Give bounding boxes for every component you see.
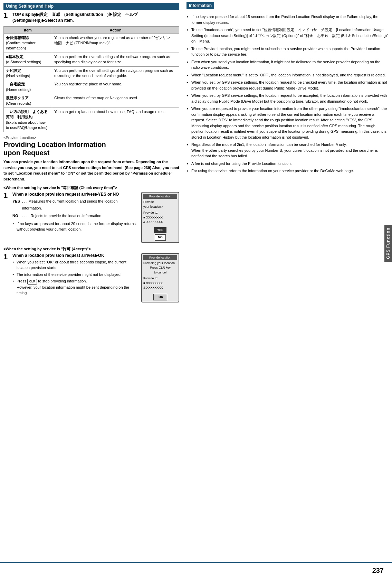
sub-step-2: 1 When a location provision request arri… bbox=[3, 253, 179, 303]
table-col-item: Item bbox=[4, 26, 52, 34]
clr-key: CLR bbox=[27, 279, 37, 285]
info-bullet-item: For using the service, refer to the info… bbox=[187, 168, 389, 174]
section-header: Using Settings and Help bbox=[3, 3, 179, 10]
info-bullet-item: Even when you send your location informa… bbox=[187, 59, 389, 71]
table-cell-action: You can check whether you are registered… bbox=[52, 34, 179, 53]
phone-screen-2: Provide location Providing your location… bbox=[141, 253, 179, 303]
bullet-item: Press CLR to stop providing information.… bbox=[12, 278, 138, 296]
table-cell-action: You can perform the overall settings of … bbox=[52, 66, 179, 80]
provide-location-section: <Provide Location> Providing Location In… bbox=[3, 136, 179, 182]
sub-step-1: 1 When a location provision request arri… bbox=[3, 192, 179, 243]
when-setting-2-block: <When the setting by service is "許可 (Acc… bbox=[3, 246, 179, 303]
no-label: NO bbox=[12, 213, 22, 220]
info-header-container: Information bbox=[187, 2, 389, 11]
table-row: 自宅設定(Home setting) You can register the … bbox=[4, 80, 179, 94]
when-setting-2-label: <When the setting by service is "許可 (Acc… bbox=[3, 246, 179, 252]
sub-step-2-content: When a location provision request arrive… bbox=[12, 253, 138, 297]
table-cell-action: You can get explanation about how to use… bbox=[52, 108, 179, 132]
settings-table: Item Action 会員情報確認(Confirm member inform… bbox=[3, 26, 179, 132]
info-bullet-item: Regardless of the mode of 2in1, the loca… bbox=[187, 142, 389, 159]
sub-step-2-bullets: When you select "OK" or about three seco… bbox=[12, 259, 138, 296]
bullet-item: The information of the service provider … bbox=[12, 272, 138, 278]
phone-screen-title: Provide location bbox=[143, 194, 177, 199]
when-setting-1-block: <When the setting by service is "毎回確認 (C… bbox=[3, 185, 179, 243]
step-1-content: TOP display▶設定 直感 (Settings/Institution … bbox=[12, 12, 179, 24]
provide-location-desc: You can provide your location informatio… bbox=[3, 159, 179, 182]
step-1-title: TOP display▶設定 直感 (Settings/Institution … bbox=[12, 12, 179, 24]
info-header: Information bbox=[187, 2, 214, 9]
sub-step-1-number: 1 bbox=[3, 192, 10, 199]
yes-no-block: YES . . . Measures the current location … bbox=[12, 198, 138, 219]
info-bullet-item: When you set, by GPS service settings, t… bbox=[187, 93, 389, 104]
when-setting-1-label: <When the setting by service is "毎回確認 (C… bbox=[3, 185, 179, 190]
info-bullet-item: When "Location request menu" is set to "… bbox=[187, 72, 389, 78]
phone-screen-body: Provide your location? Provide to: ■ XXX… bbox=[143, 200, 177, 241]
ok-button[interactable]: OK bbox=[153, 294, 167, 301]
provide-location-heading: Providing Location Information upon Requ… bbox=[3, 140, 179, 157]
sub-step-2-title: When a location provision request arrive… bbox=[12, 253, 138, 258]
table-col-action: Action bbox=[52, 26, 179, 34]
info-bullet-item: When you set, by GPS service settings, t… bbox=[187, 80, 389, 91]
table-cell-item: 履歴系クリア(Clear records) bbox=[4, 94, 52, 108]
yes-label: YES bbox=[12, 198, 22, 205]
table-cell-item: ナビ設定(Navi settings) bbox=[4, 66, 52, 80]
no-button[interactable]: NO bbox=[155, 234, 166, 241]
table-row: ナビ設定(Navi settings) You can perform the … bbox=[4, 66, 179, 80]
phone-screen-2-body: Providing your location Press CLR key to… bbox=[143, 261, 177, 301]
table-cell-item: 自宅設定(Home setting) bbox=[4, 80, 52, 94]
table-row: い方の説明 よくある質問 利用規約(Explanation about how … bbox=[4, 108, 179, 132]
table-row: 会員情報確認(Confirm member information) You c… bbox=[4, 34, 179, 53]
section-header-text: Using Settings and Help bbox=[6, 4, 54, 9]
sub-step-2-number: 1 bbox=[3, 253, 10, 261]
gps-function-tab: GPS Function bbox=[384, 225, 392, 262]
table-row: α基本設定(α Standard settings) You can perfo… bbox=[4, 53, 179, 66]
table-cell-item: α基本設定(α Standard settings) bbox=[4, 53, 52, 66]
phone-screen-1: Provide location Provide your location? … bbox=[141, 192, 179, 243]
info-bullet-item: If no keys are pressed for about 15 seco… bbox=[187, 14, 389, 25]
yes-desc: . . . Measures the current location and … bbox=[22, 198, 138, 212]
info-bullet-list: If no keys are pressed for about 15 seco… bbox=[187, 14, 389, 174]
table-cell-action: You can register the place of your home. bbox=[52, 80, 179, 94]
no-entry: NO . . . . Rejects to provide the locati… bbox=[12, 213, 138, 220]
sub-step-1-title: When a location provision request arrive… bbox=[12, 192, 138, 197]
table-row: 履歴系クリア(Clear records) Clears the records… bbox=[4, 94, 179, 108]
page-footer: 237 bbox=[0, 562, 392, 578]
bullet-item: When you select "OK" or about three seco… bbox=[12, 259, 138, 271]
info-bullet-item: When you are requested to provide your l… bbox=[187, 106, 389, 140]
step-1-block: 1 TOP display▶設定 直感 (Settings/Institutio… bbox=[3, 12, 179, 24]
info-bullet-item: To use Provide Location, you might need … bbox=[187, 46, 389, 57]
yes-button[interactable]: YES bbox=[154, 227, 166, 233]
page-number: 237 bbox=[368, 565, 388, 577]
sub-step-1-content: When a location provision request arrive… bbox=[12, 192, 138, 233]
no-desc: . . . . Rejects to provide the location … bbox=[22, 213, 102, 220]
provide-location-tag: <Provide Location> bbox=[3, 136, 179, 140]
table-cell-action: Clears the records of the map or Navigat… bbox=[52, 94, 179, 108]
bullet-item: If no keys are pressed for about 20 seco… bbox=[12, 221, 138, 232]
sub-step-1-bullets: If no keys are pressed for about 20 seco… bbox=[12, 221, 138, 232]
info-bullet-item: A fee is not charged for using the Provi… bbox=[187, 161, 389, 167]
table-cell-item: 会員情報確認(Confirm member information) bbox=[4, 34, 52, 53]
phone-screen-2-title: Provide location bbox=[143, 255, 177, 260]
left-column: Using Settings and Help 1 TOP display▶設定… bbox=[0, 0, 183, 562]
table-cell-item: い方の説明 よくある質問 利用規約(Explanation about how … bbox=[4, 108, 52, 132]
table-cell-action: You can perform the overall settings of … bbox=[52, 53, 179, 66]
right-column: Information If no keys are pressed for a… bbox=[183, 0, 392, 562]
step-1-number: 1 bbox=[3, 12, 10, 19]
info-bullet-item: To use "imadoco-search", you need to set… bbox=[187, 27, 389, 44]
yes-entry: YES . . . Measures the current location … bbox=[12, 198, 138, 212]
